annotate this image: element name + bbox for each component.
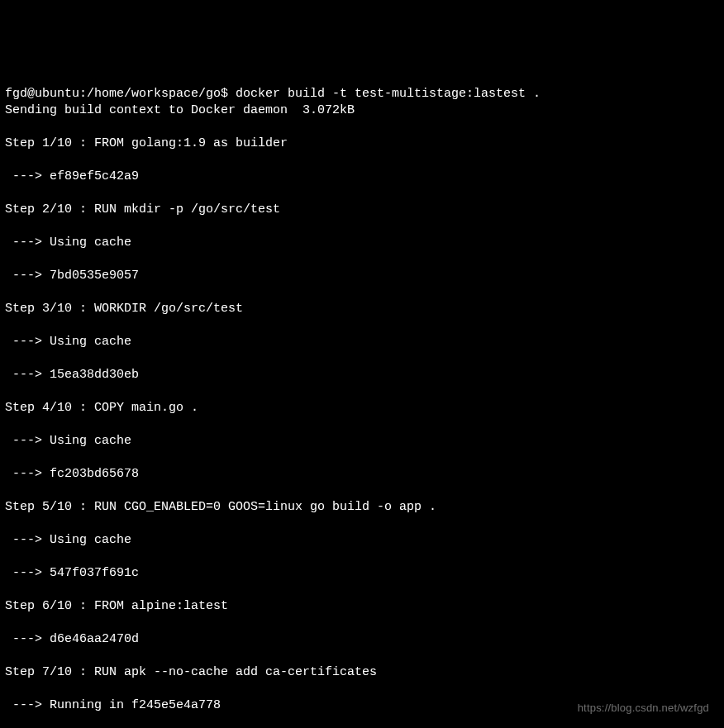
terminal-output-line: Step 1/10 : FROM golang:1.9 as builder [5,136,719,152]
terminal-output-line: ---> Using cache [5,433,719,450]
terminal-output-line: ---> Using cache [5,334,719,350]
terminal-output-line: ---> 547f037f691c [5,565,719,582]
watermark-text: https://blog.csdn.net/wzfgd [578,700,709,716]
terminal-output-line: ---> 15ea38dd30eb [5,367,719,383]
terminal-output-line: ---> 7bd0535e9057 [5,268,719,284]
terminal-output-line: Step 2/10 : RUN mkdir -p /go/src/test [5,202,719,218]
shell-prompt: fgd@ubuntu:/home/workspace/go$ [5,87,236,101]
terminal-output-line: Sending build context to Docker daemon 3… [5,102,719,119]
shell-command: docker build -t test-multistage:lastest … [236,87,541,101]
terminal-output-line: Step 6/10 : FROM alpine:latest [5,598,719,615]
terminal-window[interactable]: fgd@ubuntu:/home/workspace/go$ docker bu… [0,83,724,728]
terminal-output-line: ---> fc203bd65678 [5,466,719,483]
terminal-output-line: ---> Using cache [5,235,719,251]
terminal-output-line: ---> Using cache [5,532,719,549]
terminal-output-line: Step 7/10 : RUN apk --no-cache add ca-ce… [5,664,719,681]
terminal-output-line: ---> ef89ef5c42a9 [5,169,719,185]
terminal-output-line: Step 4/10 : COPY main.go . [5,400,719,416]
terminal-output-line: Step 3/10 : WORKDIR /go/src/test [5,301,719,317]
terminal-output-line: ---> d6e46aa2470d [5,631,719,648]
terminal-output-line: Step 5/10 : RUN CGO_ENABLED=0 GOOS=linux… [5,499,719,516]
